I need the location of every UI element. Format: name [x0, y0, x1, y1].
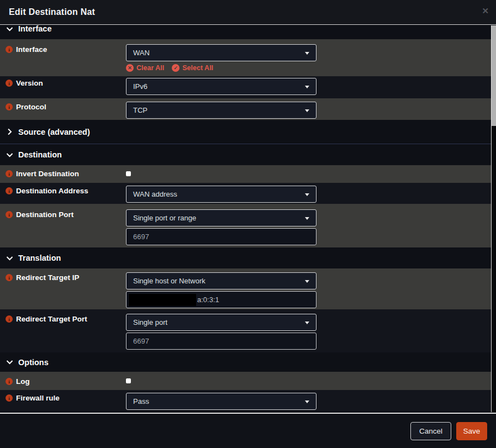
field-row-invert-destination: i Invert Destination — [0, 165, 491, 183]
destination-port-input[interactable]: 6697 — [126, 228, 316, 245]
destination-address-select[interactable]: WAN address — [126, 186, 316, 203]
dialog-header: Edit Destination Nat ✕ — [0, 0, 496, 25]
info-icon: i — [6, 394, 13, 402]
redaction-overlay — [129, 294, 196, 306]
field-label: Destination Port — [16, 210, 73, 219]
vertical-scrollbar[interactable] — [491, 25, 496, 412]
chevron-down-icon — [305, 280, 309, 283]
info-icon: i — [6, 46, 13, 53]
log-checkbox[interactable] — [126, 378, 131, 383]
section-header-interface[interactable]: Interface — [0, 25, 491, 39]
field-label: Redirect Target IP — [16, 273, 80, 282]
clear-all-icon: ✕ — [126, 64, 134, 72]
chevron-down-icon — [305, 400, 309, 403]
protocol-select[interactable]: TCP — [126, 102, 316, 119]
dialog-title: Edit Destination Nat — [0, 7, 95, 17]
field-label: Redirect Target Port — [16, 315, 87, 323]
chevron-down-icon — [305, 86, 309, 88]
chevron-down-icon — [6, 27, 13, 31]
chevron-down-icon — [305, 217, 309, 220]
scrollbar-thumb[interactable] — [492, 25, 496, 126]
destination-port-mode-select[interactable]: Single port or range — [126, 209, 316, 226]
redirect-target-port-input[interactable]: 6697 — [126, 333, 316, 350]
dialog-footer: Cancel Save — [0, 413, 496, 448]
select-all-button[interactable]: ✓ Select All — [172, 64, 213, 72]
field-row-destination-port: i Destination Port Single port or range … — [0, 204, 491, 247]
field-label: Protocol — [16, 103, 46, 111]
chevron-down-icon — [6, 152, 13, 157]
section-header-options[interactable]: Options — [0, 352, 491, 372]
redirect-target-port-mode-select[interactable]: Single port — [126, 314, 316, 331]
field-label: Version — [16, 79, 43, 87]
info-icon: i — [6, 378, 13, 385]
info-icon: i — [6, 187, 13, 194]
info-icon: i — [6, 315, 13, 323]
info-icon: i — [6, 274, 13, 281]
dialog-body: Interface i Interface WAN ✕ Clear All — [0, 25, 491, 412]
field-label: Log — [16, 377, 30, 386]
chevron-down-icon — [6, 360, 13, 365]
chevron-down-icon — [305, 52, 309, 55]
field-row-interface: i Interface WAN ✕ Clear All ✓ Select All — [0, 39, 491, 76]
field-row-firewall-rule: i Firewall rule Pass — [0, 390, 491, 412]
cancel-button[interactable]: Cancel — [410, 422, 451, 440]
chevron-down-icon — [305, 321, 309, 324]
info-icon: i — [6, 170, 13, 177]
redirect-target-ip-input[interactable]: a:0:3:1 — [126, 291, 316, 308]
redirect-target-ip-mode-select[interactable]: Single host or Network — [126, 272, 316, 289]
section-title: Options — [18, 358, 49, 367]
info-icon: i — [6, 80, 13, 87]
info-icon: i — [6, 103, 13, 110]
save-button[interactable]: Save — [456, 422, 487, 440]
invert-destination-checkbox[interactable] — [126, 171, 131, 176]
section-title: Destination — [18, 150, 62, 159]
interface-select[interactable]: WAN — [126, 44, 316, 61]
info-icon: i — [6, 211, 13, 218]
section-header-source[interactable]: Source (advanced) — [0, 120, 491, 144]
field-row-log: i Log — [0, 372, 491, 390]
clear-all-button[interactable]: ✕ Clear All — [126, 64, 164, 72]
chevron-down-icon — [305, 109, 309, 112]
field-label: Destination Address — [16, 187, 88, 195]
close-icon[interactable]: ✕ — [482, 7, 489, 15]
chevron-right-icon — [6, 128, 13, 135]
section-title: Source (advanced) — [18, 128, 90, 136]
edit-destination-nat-dialog: Edit Destination Nat ✕ Interface i Inter… — [0, 0, 496, 448]
field-label: Interface — [16, 45, 47, 54]
field-label: Invert Destination — [16, 170, 79, 178]
field-row-redirect-target-port: i Redirect Target Port Single port 6697 — [0, 309, 491, 352]
field-label: Firewall rule — [16, 394, 60, 402]
firewall-rule-select[interactable]: Pass — [126, 393, 316, 410]
version-select[interactable]: IPv6 — [126, 78, 316, 95]
field-row-destination-address: i Destination Address WAN address — [0, 183, 491, 204]
section-header-translation[interactable]: Translation — [0, 247, 491, 268]
field-row-version: i Version IPv6 — [0, 76, 491, 98]
chevron-down-icon — [6, 256, 13, 261]
field-row-protocol: i Protocol TCP — [0, 98, 491, 120]
select-all-icon: ✓ — [172, 64, 180, 72]
section-title: Interface — [18, 25, 51, 33]
section-title: Translation — [18, 254, 61, 262]
field-row-redirect-target-ip: i Redirect Target IP Single host or Netw… — [0, 268, 491, 309]
section-header-destination[interactable]: Destination — [0, 144, 491, 165]
chevron-down-icon — [305, 193, 309, 196]
